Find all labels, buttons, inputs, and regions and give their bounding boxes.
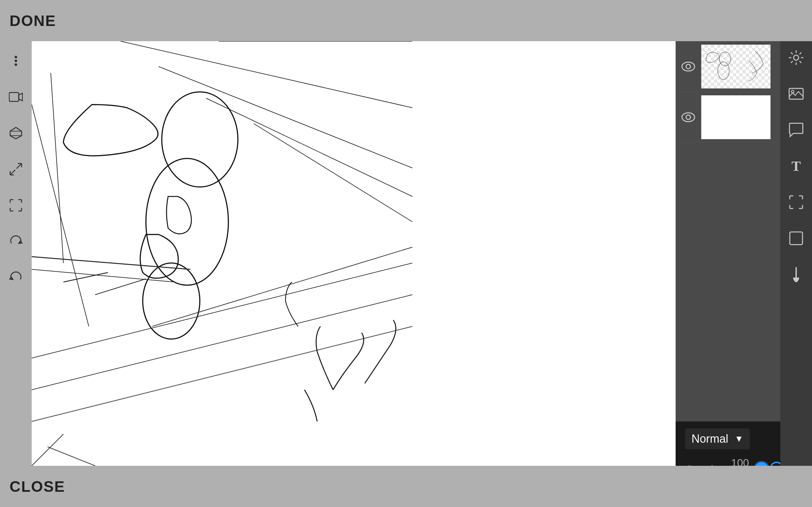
layer-visibility-toggle[interactable] xyxy=(679,57,698,76)
svg-marker-23 xyxy=(9,276,14,280)
layer-thumbnail-1 xyxy=(701,44,771,89)
blend-mode-text: Normal xyxy=(692,432,728,446)
layer-visibility-toggle[interactable] xyxy=(679,108,698,127)
menu-icon[interactable] xyxy=(6,51,26,71)
canvas-area[interactable] xyxy=(32,41,676,466)
undo-icon[interactable] xyxy=(6,268,26,288)
svg-rect-3 xyxy=(9,93,19,101)
chat-icon[interactable] xyxy=(786,120,806,140)
text-icon[interactable]: T xyxy=(786,156,806,176)
svg-point-69 xyxy=(792,90,794,93)
svg-point-65 xyxy=(682,113,695,122)
svg-line-8 xyxy=(10,170,15,175)
done-button[interactable]: DONE xyxy=(9,12,56,30)
svg-point-0 xyxy=(14,56,17,58)
layer-thumbnail-2 xyxy=(701,95,771,139)
blend-mode-dropdown[interactable]: Normal ▼ xyxy=(685,429,750,449)
svg-rect-78 xyxy=(790,232,803,245)
svg-point-60 xyxy=(682,62,695,71)
left-toolbar xyxy=(0,41,32,466)
fullscreen-icon[interactable] xyxy=(6,195,26,216)
svg-marker-22 xyxy=(18,240,23,244)
svg-line-11 xyxy=(16,164,21,169)
redo-icon[interactable] xyxy=(6,231,26,251)
drawing-canvas[interactable] xyxy=(32,41,676,466)
close-button[interactable]: CLOSE xyxy=(9,478,65,495)
svg-marker-4 xyxy=(19,93,22,101)
svg-point-67 xyxy=(794,55,799,60)
svg-point-1 xyxy=(14,60,17,62)
blend-dropdown-arrow: ▼ xyxy=(734,434,744,444)
eraser-icon[interactable] xyxy=(786,228,806,248)
svg-rect-62 xyxy=(701,45,771,89)
expand-icon[interactable] xyxy=(6,159,26,179)
gear-icon[interactable] xyxy=(786,48,806,68)
svg-point-2 xyxy=(14,63,17,66)
svg-marker-5 xyxy=(10,127,21,139)
transform-expand-icon[interactable] xyxy=(786,192,806,212)
right-icons-column: T xyxy=(780,41,812,507)
svg-point-66 xyxy=(686,115,691,119)
shape-icon[interactable] xyxy=(6,123,26,143)
svg-point-61 xyxy=(686,64,691,69)
gallery-icon[interactable] xyxy=(786,83,806,104)
top-bar: DONE xyxy=(0,0,812,41)
brush-icon[interactable] xyxy=(786,264,806,285)
right-panel: T xyxy=(676,0,812,507)
svg-rect-24 xyxy=(32,41,676,466)
bottom-bar: CLOSE xyxy=(0,466,812,507)
video-icon[interactable] xyxy=(6,87,26,107)
